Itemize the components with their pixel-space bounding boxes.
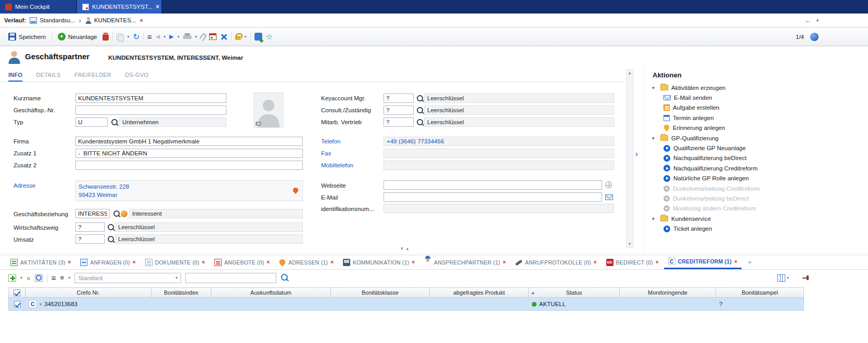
tab-anfragen[interactable]: ANFRAGEN (0) ×	[76, 255, 139, 269]
typ-code-input[interactable]	[75, 117, 108, 127]
umsatz-lookup-icon[interactable]	[107, 235, 114, 244]
sort-ascending-icon[interactable]: ▲	[531, 291, 535, 295]
wirtschaftszweig-lookup-icon[interactable]	[107, 223, 114, 232]
telefon-field[interactable]: +49 (3646) 77334456	[384, 137, 614, 146]
history-back-icon[interactable]: ←	[805, 17, 811, 24]
add-relation-icon[interactable]	[254, 33, 262, 41]
wirtschaftszweig-code-input[interactable]	[75, 222, 105, 232]
firma-input[interactable]	[75, 137, 303, 146]
navigate-back-dropdown-icon[interactable]: ▾	[163, 34, 165, 39]
close-tab-icon[interactable]: ×	[734, 259, 737, 265]
telefon-value[interactable]: +49 (3646) 77334456	[387, 138, 444, 144]
action-email-senden[interactable]: E-Mail senden	[645, 93, 868, 102]
action-ticket-anlegen[interactable]: Ticket anlegen	[645, 223, 868, 233]
action-nachqualifizierung-bedirect[interactable]: Nachqualifizierung beDirect	[645, 153, 868, 163]
action-natuerliche-gp-rolle[interactable]: Natürliche GP Rolle anlegen	[645, 174, 868, 183]
print-dropdown-icon[interactable]: ▾	[195, 34, 197, 39]
row-checkbox[interactable]	[14, 301, 21, 308]
column-settings-dropdown-icon[interactable]: ▾	[787, 275, 789, 280]
close-tab-icon[interactable]: ×	[330, 259, 334, 265]
gp-nr-input[interactable]	[75, 105, 226, 115]
close-tab-icon[interactable]: ×	[156, 3, 159, 10]
column-header-status[interactable]: ▲ Status	[529, 288, 620, 297]
adresse-city[interactable]: 99423 Weimar	[79, 191, 300, 199]
tab-kommunikation[interactable]: KOMMUNIKATION (1) ×	[339, 255, 419, 269]
action-termin-anlegen[interactable]: Termin anlegen	[645, 113, 868, 123]
tab-info[interactable]: INFO	[8, 72, 22, 82]
typ-lookup-icon[interactable]	[110, 118, 118, 127]
print-icon[interactable]	[183, 33, 192, 40]
close-tab-icon[interactable]: ×	[266, 259, 270, 265]
email-input[interactable]	[384, 192, 602, 202]
action-aufgabe-erstellen[interactable]: Aufgabe erstellen	[645, 103, 868, 113]
fax-field[interactable]	[384, 149, 614, 158]
tree-collapse-icon[interactable]: ▾	[652, 85, 657, 90]
tab-angebote[interactable]: ANGEBOTE (0) ×	[210, 255, 274, 269]
tab-ansprechpartner[interactable]: ANSPRECHPARTNER (1) ×	[420, 255, 510, 269]
history-item-kundentestsystem[interactable]: KUNDENTES...	[85, 17, 136, 24]
tab-dsgvo[interactable]: DS-GVO	[125, 72, 148, 82]
column-header-bonitaetsampel[interactable]: Bonitätsampel	[716, 288, 803, 297]
consult-lookup-icon[interactable]	[416, 106, 424, 115]
window-tab-kundentestsystem[interactable]: KUNDENTESTSYST... ×	[77, 0, 161, 14]
copy-dropdown-icon[interactable]: ▾	[127, 34, 129, 39]
close-tab-icon[interactable]: ×	[656, 259, 659, 265]
action-group-aktivitaeten[interactable]: ▾ Aktivitäten erzeugen	[645, 83, 868, 93]
action-group-gp-qualifizierung[interactable]: ▾ GP-Qualifizierung	[645, 133, 868, 143]
photo-placeholder[interactable]	[253, 93, 284, 128]
telefon-label[interactable]: Telefon	[321, 138, 340, 144]
new-entry-dropdown-icon[interactable]: ▾	[20, 275, 22, 280]
history-item-standardsuche[interactable]: Standardsu...	[30, 17, 75, 24]
scroll-up-icon[interactable]: ▲	[628, 71, 632, 75]
tab-aktivitaeten[interactable]: AKTIVITÄTEN (3) ×	[6, 255, 75, 269]
navigate-forward-icon[interactable]: ▶	[169, 33, 173, 40]
close-tab-icon[interactable]: ×	[412, 259, 415, 265]
mobiltelefon-label[interactable]: Mobiltelefon	[321, 162, 353, 168]
record-navigation-icon[interactable]	[810, 33, 819, 41]
scroll-down-icon[interactable]: ▼	[628, 242, 632, 246]
view-select[interactable]: Standard ▾	[74, 273, 181, 283]
map-icon[interactable]	[292, 187, 299, 194]
pin-panel-icon[interactable]	[802, 274, 810, 282]
column-header-bonitaetsindex[interactable]: Bonitätsindex	[151, 288, 211, 297]
tree-collapse-icon[interactable]: ▾	[652, 136, 657, 141]
view-options-icon[interactable]: ≡	[60, 274, 65, 282]
consult-code-input[interactable]	[384, 105, 414, 115]
tab-details[interactable]: DETAILS	[36, 72, 60, 82]
send-email-icon[interactable]	[605, 194, 613, 200]
tab-adressen[interactable]: ADRESSEN (1) ×	[275, 255, 338, 269]
tree-collapse-icon[interactable]: ▾	[652, 216, 657, 221]
keyaccount-code-input[interactable]	[384, 94, 414, 103]
action-group-kundenservice[interactable]: ▾ Kundenservice	[645, 214, 868, 223]
close-tab-icon[interactable]: ×	[202, 259, 205, 265]
save-button[interactable]: Speichern	[6, 31, 48, 42]
creditreform-icon[interactable]: C	[29, 300, 37, 308]
column-header-monitoringende[interactable]: Monitoringende	[620, 288, 716, 297]
tab-dokumente[interactable]: DOKUMENTE (0) ×	[141, 255, 209, 269]
adresse-street[interactable]: Schwanseestr. 228	[79, 182, 300, 191]
history-dropdown-icon[interactable]: ▾	[816, 18, 819, 23]
keyaccount-lookup-icon[interactable]	[416, 94, 424, 103]
column-header-crefo-nr[interactable]: Crefo Nr.	[25, 288, 151, 297]
kurzname-input[interactable]	[75, 94, 226, 103]
close-tab-icon[interactable]: ×	[503, 259, 506, 265]
fax-label[interactable]: Fax	[321, 150, 331, 156]
action-qualifizierte-gp-neuanlage[interactable]: Qualifizierte GP Neuanlage	[645, 143, 868, 153]
action-nachqualifizierung-creditreform[interactable]: Nachqualifizierung Creditreform	[645, 163, 868, 173]
action-erinnerung-anlegen[interactable]: Erinnerung anlegen	[645, 123, 868, 133]
menu-icon[interactable]: ≡	[147, 32, 152, 41]
list-search-input[interactable]	[185, 273, 276, 283]
column-header-auskunftsdatum[interactable]: Auskunftsdatum	[211, 288, 331, 297]
globe-icon[interactable]	[605, 181, 612, 188]
transfer-icon[interactable]: »	[27, 274, 31, 282]
tab-anrufprotokolle[interactable]: ANRUFPROTOKOLLE (0) ×	[511, 255, 601, 269]
list-search-icon[interactable]	[35, 274, 43, 282]
lock-dropdown-icon[interactable]: ▾	[245, 34, 247, 39]
mobiltelefon-field[interactable]	[384, 161, 614, 170]
row-actions-dropdown-icon[interactable]: ▾	[40, 302, 42, 307]
column-header-abgefragtes-produkt[interactable]: abgefragtes Produkt	[430, 288, 529, 297]
list-menu-icon[interactable]: ≡	[52, 273, 56, 282]
mitarb-vertrieb-code-input[interactable]	[384, 117, 414, 127]
window-tab-mein-cockpit[interactable]: Mein Cockpit	[0, 0, 77, 14]
adresse-field[interactable]: Schwanseestr. 228 99423 Weimar	[75, 180, 303, 201]
